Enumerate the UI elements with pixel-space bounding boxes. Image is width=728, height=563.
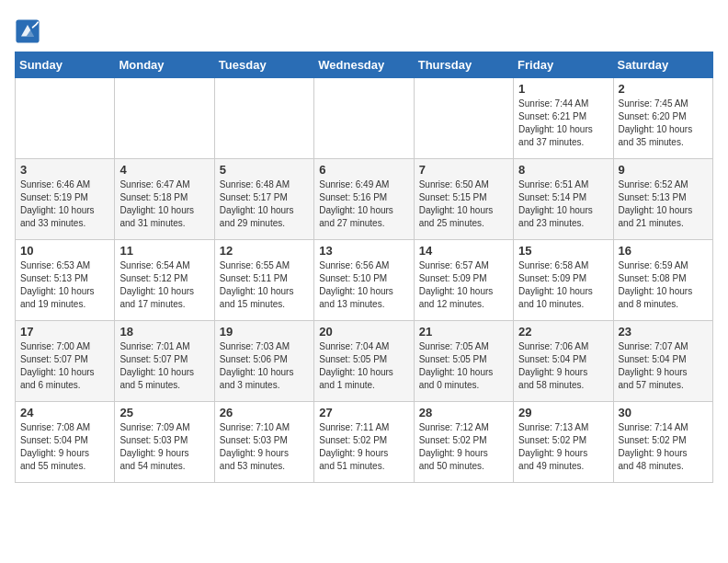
- weekday-header: Monday: [115, 52, 214, 78]
- day-info: Sunrise: 6:47 AM Sunset: 5:18 PM Dayligh…: [119, 178, 209, 230]
- calendar-cell: 20Sunrise: 7:04 AM Sunset: 5:05 PM Dayli…: [314, 321, 414, 402]
- day-number: 27: [319, 406, 408, 419]
- day-number: 16: [619, 244, 708, 258]
- day-info: Sunrise: 6:49 AM Sunset: 5:16 PM Dayligh…: [319, 178, 408, 230]
- day-info: Sunrise: 6:58 AM Sunset: 5:09 PM Dayligh…: [518, 259, 608, 311]
- calendar-cell: 28Sunrise: 7:12 AM Sunset: 5:02 PM Dayli…: [414, 402, 513, 483]
- day-info: Sunrise: 6:48 AM Sunset: 5:17 PM Dayligh…: [220, 178, 309, 230]
- weekday-header: Wednesday: [314, 52, 414, 78]
- weekday-header: Tuesday: [214, 52, 313, 78]
- page-header: [15, 15, 713, 44]
- calendar-header-row: SundayMondayTuesdayWednesdayThursdayFrid…: [16, 52, 713, 78]
- calendar: SundayMondayTuesdayWednesdayThursdayFrid…: [15, 52, 713, 483]
- weekday-header: Sunday: [16, 52, 115, 78]
- day-number: 22: [518, 325, 608, 339]
- calendar-cell: 21Sunrise: 7:05 AM Sunset: 5:05 PM Dayli…: [414, 321, 513, 402]
- calendar-cell: 11Sunrise: 6:54 AM Sunset: 5:12 PM Dayli…: [115, 240, 214, 321]
- calendar-cell: 18Sunrise: 7:01 AM Sunset: 5:07 PM Dayli…: [115, 321, 214, 402]
- day-number: 30: [619, 406, 708, 419]
- day-number: 28: [419, 406, 508, 419]
- calendar-week-row: 10Sunrise: 6:53 AM Sunset: 5:13 PM Dayli…: [16, 240, 713, 321]
- calendar-week-row: 17Sunrise: 7:00 AM Sunset: 5:07 PM Dayli…: [16, 321, 713, 402]
- day-number: 9: [619, 163, 708, 177]
- day-number: 20: [319, 325, 408, 339]
- day-info: Sunrise: 7:14 AM Sunset: 5:02 PM Dayligh…: [619, 421, 708, 473]
- calendar-week-row: 3Sunrise: 6:46 AM Sunset: 5:19 PM Daylig…: [16, 159, 713, 240]
- day-info: Sunrise: 7:12 AM Sunset: 5:02 PM Dayligh…: [419, 421, 508, 473]
- calendar-cell: 25Sunrise: 7:09 AM Sunset: 5:03 PM Dayli…: [115, 402, 214, 483]
- day-info: Sunrise: 7:10 AM Sunset: 5:03 PM Dayligh…: [220, 421, 309, 473]
- calendar-cell: [16, 78, 115, 159]
- day-info: Sunrise: 6:50 AM Sunset: 5:15 PM Dayligh…: [419, 178, 508, 230]
- calendar-cell: 15Sunrise: 6:58 AM Sunset: 5:09 PM Dayli…: [514, 240, 613, 321]
- day-info: Sunrise: 7:11 AM Sunset: 5:02 PM Dayligh…: [319, 421, 408, 473]
- day-number: 6: [319, 163, 408, 177]
- calendar-cell: 23Sunrise: 7:07 AM Sunset: 5:04 PM Dayli…: [613, 321, 712, 402]
- day-number: 4: [119, 163, 209, 177]
- day-number: 11: [119, 244, 209, 258]
- day-number: 10: [20, 244, 109, 258]
- day-info: Sunrise: 7:03 AM Sunset: 5:06 PM Dayligh…: [220, 340, 309, 392]
- calendar-cell: 27Sunrise: 7:11 AM Sunset: 5:02 PM Dayli…: [314, 402, 414, 483]
- day-number: 14: [419, 244, 508, 258]
- calendar-cell: 9Sunrise: 6:52 AM Sunset: 5:13 PM Daylig…: [613, 159, 712, 240]
- day-number: 24: [20, 406, 109, 419]
- day-number: 5: [220, 163, 309, 177]
- day-number: 26: [220, 406, 309, 419]
- day-number: 23: [619, 325, 708, 339]
- calendar-cell: 4Sunrise: 6:47 AM Sunset: 5:18 PM Daylig…: [115, 159, 214, 240]
- day-number: 18: [119, 325, 209, 339]
- day-number: 13: [319, 244, 408, 258]
- weekday-header: Thursday: [414, 52, 513, 78]
- calendar-cell: 10Sunrise: 6:53 AM Sunset: 5:13 PM Dayli…: [16, 240, 115, 321]
- day-info: Sunrise: 6:51 AM Sunset: 5:14 PM Dayligh…: [518, 178, 608, 230]
- day-info: Sunrise: 6:53 AM Sunset: 5:13 PM Dayligh…: [20, 259, 109, 311]
- day-info: Sunrise: 7:05 AM Sunset: 5:05 PM Dayligh…: [419, 340, 508, 392]
- day-info: Sunrise: 6:46 AM Sunset: 5:19 PM Dayligh…: [20, 178, 109, 230]
- day-number: 2: [619, 82, 708, 96]
- day-info: Sunrise: 6:56 AM Sunset: 5:10 PM Dayligh…: [319, 259, 408, 311]
- calendar-week-row: 1Sunrise: 7:44 AM Sunset: 6:21 PM Daylig…: [16, 78, 713, 159]
- day-number: 15: [518, 244, 608, 258]
- day-number: 1: [518, 82, 608, 96]
- day-info: Sunrise: 7:13 AM Sunset: 5:02 PM Dayligh…: [518, 421, 608, 473]
- calendar-cell: 17Sunrise: 7:00 AM Sunset: 5:07 PM Dayli…: [16, 321, 115, 402]
- calendar-cell: 5Sunrise: 6:48 AM Sunset: 5:17 PM Daylig…: [214, 159, 313, 240]
- day-info: Sunrise: 7:45 AM Sunset: 6:20 PM Dayligh…: [619, 98, 708, 149]
- calendar-cell: [314, 78, 414, 159]
- calendar-cell: 30Sunrise: 7:14 AM Sunset: 5:02 PM Dayli…: [613, 402, 712, 483]
- calendar-cell: [414, 78, 513, 159]
- day-number: 21: [419, 325, 508, 339]
- calendar-cell: 13Sunrise: 6:56 AM Sunset: 5:10 PM Dayli…: [314, 240, 414, 321]
- day-info: Sunrise: 6:59 AM Sunset: 5:08 PM Dayligh…: [619, 259, 708, 311]
- day-number: 12: [220, 244, 309, 258]
- day-number: 17: [20, 325, 109, 339]
- calendar-cell: 29Sunrise: 7:13 AM Sunset: 5:02 PM Dayli…: [514, 402, 613, 483]
- day-info: Sunrise: 7:00 AM Sunset: 5:07 PM Dayligh…: [20, 340, 109, 392]
- day-number: 19: [220, 325, 309, 339]
- calendar-cell: 2Sunrise: 7:45 AM Sunset: 6:20 PM Daylig…: [613, 78, 712, 159]
- day-info: Sunrise: 7:08 AM Sunset: 5:04 PM Dayligh…: [20, 421, 109, 473]
- day-number: 7: [419, 163, 508, 177]
- calendar-cell: 24Sunrise: 7:08 AM Sunset: 5:04 PM Dayli…: [16, 402, 115, 483]
- weekday-header: Friday: [514, 52, 613, 78]
- calendar-cell: [214, 78, 313, 159]
- day-number: 3: [20, 163, 109, 177]
- day-number: 8: [518, 163, 608, 177]
- calendar-cell: 12Sunrise: 6:55 AM Sunset: 5:11 PM Dayli…: [214, 240, 313, 321]
- calendar-cell: 8Sunrise: 6:51 AM Sunset: 5:14 PM Daylig…: [514, 159, 613, 240]
- calendar-cell: 26Sunrise: 7:10 AM Sunset: 5:03 PM Dayli…: [214, 402, 313, 483]
- calendar-cell: 14Sunrise: 6:57 AM Sunset: 5:09 PM Dayli…: [414, 240, 513, 321]
- day-info: Sunrise: 7:01 AM Sunset: 5:07 PM Dayligh…: [119, 340, 209, 392]
- calendar-cell: 1Sunrise: 7:44 AM Sunset: 6:21 PM Daylig…: [514, 78, 613, 159]
- calendar-cell: 16Sunrise: 6:59 AM Sunset: 5:08 PM Dayli…: [613, 240, 712, 321]
- day-info: Sunrise: 7:07 AM Sunset: 5:04 PM Dayligh…: [619, 340, 708, 392]
- day-info: Sunrise: 7:44 AM Sunset: 6:21 PM Dayligh…: [518, 98, 608, 149]
- day-number: 29: [518, 406, 608, 419]
- day-info: Sunrise: 7:09 AM Sunset: 5:03 PM Dayligh…: [119, 421, 209, 473]
- day-info: Sunrise: 6:55 AM Sunset: 5:11 PM Dayligh…: [220, 259, 309, 311]
- calendar-cell: 6Sunrise: 6:49 AM Sunset: 5:16 PM Daylig…: [314, 159, 414, 240]
- logo: [15, 18, 42, 44]
- calendar-week-row: 24Sunrise: 7:08 AM Sunset: 5:04 PM Dayli…: [16, 402, 713, 483]
- calendar-cell: 22Sunrise: 7:06 AM Sunset: 5:04 PM Dayli…: [514, 321, 613, 402]
